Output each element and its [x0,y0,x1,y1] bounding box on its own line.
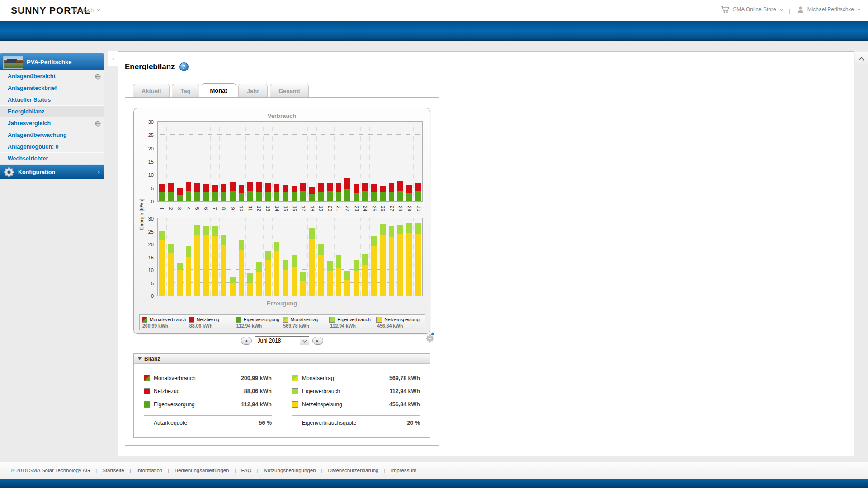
sidebar-item-wechselrichter[interactable]: Wechselrichter [0,153,104,164]
tab-monat[interactable]: Monat [202,83,236,97]
bilanz-header[interactable]: Bilanz [134,354,430,364]
stacked-bar-day-3[interactable] [177,263,183,296]
stacked-bar-day-23[interactable] [354,184,359,201]
stacked-bar-day-24[interactable] [362,254,368,296]
stacked-bar-day-12[interactable] [256,262,262,296]
stacked-bar-day-15[interactable] [283,260,288,296]
stacked-bar-day-2[interactable] [168,183,174,201]
sidebar-item-anlagen-berwachung[interactable]: Anlagenüberwachung [0,129,104,141]
footer-link-impressum[interactable]: Impressum [391,468,416,473]
footer-link-datenschutzerkl-rung[interactable]: Datenschutzerklärung [328,468,379,473]
stacked-bar-day-14[interactable] [274,184,280,201]
stacked-bar-day-6[interactable] [203,184,209,201]
footer-link-faq[interactable]: FAQ [241,468,251,473]
stacked-bar-day-20[interactable] [327,183,333,201]
stacked-bar-day-5[interactable] [194,183,200,201]
footer-link-startseite[interactable]: Startseite [102,468,124,473]
stacked-bar-day-3[interactable] [177,188,183,202]
language-dropdown[interactable]: Deutsch [74,7,99,13]
footer-link-nutzungsbedingungen[interactable]: Nutzungsbedingungen [264,468,316,473]
stacked-bar-day-20[interactable] [327,261,333,296]
user-menu[interactable]: Michael Perlitschke [797,6,860,14]
month-select[interactable]: Juni 2018 [255,336,309,345]
sidebar-collapse-button[interactable]: ‹ [108,51,118,66]
stacked-bar-day-29[interactable] [406,185,412,201]
stacked-bar-day-4[interactable] [186,182,192,201]
sidebar-item-anlagen-bersicht[interactable]: Anlagenübersicht [0,70,104,82]
stacked-bar-day-1[interactable] [159,231,165,296]
stacked-bar-day-6[interactable] [203,226,209,296]
sma-online-store-link[interactable]: SMA Online Store [721,6,782,13]
stacked-bar-day-16[interactable] [292,186,297,201]
chart-settings-button[interactable] [426,334,434,343]
stacked-bar-day-27[interactable] [389,183,395,201]
plant-header[interactable]: PVA-Perlitschke [0,53,104,70]
day-slot [405,122,414,201]
stacked-bar-day-2[interactable] [168,244,174,296]
footer-link-information[interactable]: Information [137,468,163,473]
stacked-bar-day-22[interactable] [344,178,350,201]
stacked-bar-day-9[interactable] [230,277,236,296]
stacked-bar-day-24[interactable] [362,183,368,201]
stacked-bar-day-15[interactable] [283,185,288,201]
stacked-bar-day-7[interactable] [212,226,218,296]
stacked-bar-day-21[interactable] [336,255,342,296]
tab-jahr[interactable]: Jahr [238,84,268,97]
bilanz-label: Monatsverbrauch [154,375,237,381]
legend-chip [329,317,335,323]
day-slot [281,122,290,201]
stacked-bar-day-17[interactable] [300,272,306,296]
stacked-bar-day-4[interactable] [186,246,192,296]
stacked-bar-day-25[interactable] [371,236,377,296]
sidebar-item-konfiguration[interactable]: Konfiguration › [0,164,104,179]
stacked-bar-day-11[interactable] [247,273,253,296]
bar-segment-eigenverbrauch [274,242,280,251]
stacked-bar-day-28[interactable] [397,225,403,296]
stacked-bar-day-5[interactable] [194,225,200,296]
stacked-bar-day-16[interactable] [292,255,297,296]
tab-tag[interactable]: Tag [172,84,199,97]
stacked-bar-day-22[interactable] [344,271,350,296]
scroll-top-button[interactable] [855,52,868,65]
stacked-bar-day-10[interactable] [239,185,245,201]
footer-link-bedienungsanleitungen[interactable]: Bedienungsanleitungen [175,468,229,473]
stacked-bar-day-8[interactable] [221,235,227,296]
stacked-bar-day-13[interactable] [265,183,271,201]
stacked-bar-day-25[interactable] [371,184,377,201]
stacked-bar-day-28[interactable] [397,181,403,201]
next-month-button[interactable]: ► [312,337,323,345]
sidebar-item-jahresvergleich[interactable]: Jahresvergleich [0,117,104,129]
stacked-bar-day-26[interactable] [380,186,386,201]
stacked-bar-day-10[interactable] [239,240,245,296]
stacked-bar-day-11[interactable] [247,182,253,201]
stacked-bar-day-9[interactable] [230,182,236,201]
stacked-bar-day-26[interactable] [380,224,386,296]
sidebar-item-anlagenlogbuch-0[interactable]: Anlagenlogbuch: 0 [0,141,104,153]
sidebar-item-anlagensteckbrief[interactable]: Anlagensteckbrief [0,82,104,94]
stacked-bar-day-14[interactable] [274,242,280,296]
stacked-bar-day-30[interactable] [415,183,421,201]
stacked-bar-day-1[interactable] [159,184,165,201]
stacked-bar-day-19[interactable] [318,244,324,296]
stacked-bar-day-23[interactable] [354,260,359,296]
stacked-bar-day-18[interactable] [309,228,315,296]
help-icon[interactable]: ? [179,62,189,71]
stacked-bar-day-8[interactable] [221,184,227,201]
tab-aktuell[interactable]: Aktuell [133,84,170,97]
stacked-bar-day-27[interactable] [389,226,395,296]
stacked-bar-day-29[interactable] [406,223,412,296]
tab-gesamt[interactable]: Gesamt [270,84,309,97]
stacked-bar-day-30[interactable] [415,223,421,296]
previous-month-button[interactable]: ◄ [241,337,252,345]
stacked-bar-day-19[interactable] [318,183,324,201]
stacked-bar-day-13[interactable] [265,251,271,296]
sidebar-item-aktueller-status[interactable]: Aktueller Status [0,94,104,106]
bilanz-chip [292,375,298,381]
stacked-bar-day-12[interactable] [256,182,262,201]
bar-segment-eigenversorgung [212,192,218,201]
stacked-bar-day-7[interactable] [212,185,218,201]
stacked-bar-day-17[interactable] [300,183,306,201]
stacked-bar-day-21[interactable] [336,183,342,201]
sidebar-item-energiebilanz[interactable]: Energiebilanz [0,106,104,117]
stacked-bar-day-18[interactable] [309,187,315,201]
